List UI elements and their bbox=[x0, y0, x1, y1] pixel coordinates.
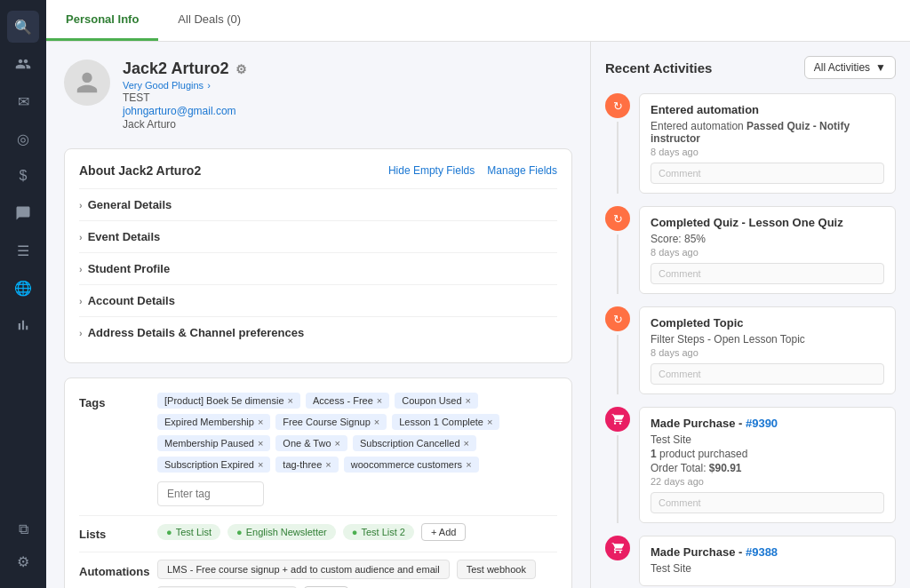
users-icon[interactable] bbox=[7, 48, 39, 80]
tag-remove-icon[interactable]: × bbox=[464, 438, 469, 449]
recent-activities-header: Recent Activities All Activities ▼ bbox=[605, 56, 896, 79]
lists-add-button[interactable]: + Add bbox=[421, 523, 466, 541]
activity-card: Completed Topic Filter Steps - Open Less… bbox=[639, 306, 896, 394]
main-content: Personal Info All Deals (0) Jack2 Arturo… bbox=[46, 0, 910, 588]
list-chip: ●Test List bbox=[157, 524, 220, 540]
about-header: About Jack2 Arturo2 Hide Empty Fields Ma… bbox=[79, 163, 557, 178]
automation-chip: LMS - Free course signup + add to custom… bbox=[157, 560, 450, 579]
list-icon[interactable]: ☰ bbox=[7, 234, 39, 266]
activity-title: Made Purchase - #9388 bbox=[651, 545, 884, 559]
tag-chip: Free Course Signup× bbox=[275, 414, 387, 430]
profile-fullname: Jack Arturo bbox=[123, 118, 247, 131]
right-panel: Recent Activities All Activities ▼ ↻ Ent… bbox=[590, 42, 910, 588]
purchase-activity-icon bbox=[605, 536, 630, 560]
tag-remove-icon[interactable]: × bbox=[258, 459, 263, 470]
purchase-link[interactable]: #9388 bbox=[746, 545, 778, 559]
profile-gear-icon[interactable]: ⚙ bbox=[235, 62, 247, 76]
tag-remove-icon[interactable]: × bbox=[466, 395, 471, 406]
activity-comment[interactable]: Comment bbox=[651, 263, 884, 284]
activity-title: Completed Quiz - Lesson One Quiz bbox=[651, 216, 884, 229]
globe-icon[interactable]: 🌐 bbox=[7, 272, 39, 304]
tag-chip: Membership Paused× bbox=[157, 435, 270, 451]
event-details-row[interactable]: › Event Details bbox=[79, 220, 557, 252]
tag-remove-icon[interactable]: × bbox=[377, 395, 382, 406]
avatar bbox=[64, 60, 110, 106]
activity-time: 22 days ago bbox=[651, 476, 884, 487]
chevron-icon: › bbox=[79, 200, 83, 211]
chart-icon[interactable] bbox=[7, 309, 39, 341]
filter-label: All Activities bbox=[814, 61, 870, 74]
activity-time: 8 days ago bbox=[651, 147, 884, 157]
activity-comment[interactable]: Comment bbox=[651, 163, 884, 184]
profile-name: Jack2 Arturo2 ⚙ bbox=[123, 60, 247, 78]
automations-label: Automations bbox=[79, 561, 150, 578]
account-details-row[interactable]: › Account Details bbox=[79, 284, 557, 316]
activity-detail: Score: 85% bbox=[651, 233, 884, 245]
tags-lists-section: Tags [Product] Boek 5e dimensie× Access … bbox=[64, 377, 572, 588]
purchase-activity-icon bbox=[605, 407, 630, 432]
purchase-link[interactable]: #9390 bbox=[746, 417, 778, 430]
activity-time: 8 days ago bbox=[651, 347, 884, 358]
tab-all-deals[interactable]: All Deals (0) bbox=[158, 0, 260, 41]
profile-test: TEST bbox=[123, 91, 247, 104]
activity-comment[interactable]: Comment bbox=[651, 363, 884, 385]
recent-activities-title: Recent Activities bbox=[605, 60, 712, 75]
activity-icon-wrap: ↻ bbox=[605, 306, 630, 394]
activity-card: Entered automation Entered automation Pa… bbox=[639, 93, 896, 194]
automation-chip: Test webhook bbox=[457, 560, 536, 579]
tag-chip: Subscription Cancelled× bbox=[353, 435, 476, 451]
list-chip: ●Test List 2 bbox=[343, 524, 414, 540]
tabs-bar: Personal Info All Deals (0) bbox=[46, 0, 910, 42]
tag-remove-icon[interactable]: × bbox=[374, 417, 379, 427]
tag-chip: [Product] Boek 5e dimensie× bbox=[157, 393, 300, 409]
tag-chip: Subscription Expired× bbox=[157, 457, 270, 473]
activity-title: Made Purchase - #9390 bbox=[651, 417, 884, 430]
activity-title: Completed Topic bbox=[651, 316, 884, 330]
tag-remove-icon[interactable]: × bbox=[258, 438, 263, 449]
tag-chip: Coupon Used× bbox=[395, 393, 478, 409]
manage-fields-link[interactable]: Manage Fields bbox=[487, 164, 557, 177]
tags-row: Tags [Product] Boek 5e dimensie× Access … bbox=[79, 393, 557, 506]
address-details-row[interactable]: › Address Details & Channel preferences bbox=[79, 316, 557, 348]
profile-email[interactable]: johngarturo@gmail.com bbox=[123, 105, 247, 117]
target-icon[interactable]: ◎ bbox=[7, 123, 39, 155]
profile-company[interactable]: Very Good Plugins › bbox=[123, 80, 247, 91]
hide-empty-fields-link[interactable]: Hide Empty Fields bbox=[388, 164, 475, 177]
activity-detail: Test Site bbox=[651, 433, 884, 446]
activity-detail: Test Site bbox=[651, 562, 884, 575]
sidebar: 🔍 ✉ ◎ $ ☰ 🌐 ⧉ ⚙ bbox=[0, 0, 46, 588]
lists-label: Lists bbox=[79, 524, 150, 541]
dollar-icon[interactable]: $ bbox=[7, 160, 39, 192]
activity-line bbox=[617, 234, 619, 294]
tag-chip: Lesson 1 Complete× bbox=[392, 414, 499, 430]
activity-line bbox=[617, 435, 619, 523]
profile-info: Jack2 Arturo2 ⚙ Very Good Plugins › TEST… bbox=[123, 60, 247, 131]
search-icon[interactable]: 🔍 bbox=[7, 11, 39, 43]
activity-comment[interactable]: Comment bbox=[651, 492, 884, 513]
general-details-row[interactable]: › General Details bbox=[79, 188, 557, 220]
chevron-down-icon: ▼ bbox=[875, 61, 886, 74]
tag-remove-icon[interactable]: × bbox=[258, 417, 263, 427]
tag-remove-icon[interactable]: × bbox=[325, 459, 331, 470]
tab-personal-info[interactable]: Personal Info bbox=[46, 0, 158, 41]
tag-remove-icon[interactable]: × bbox=[335, 438, 340, 449]
activities-filter-dropdown[interactable]: All Activities ▼ bbox=[804, 56, 896, 79]
activity-detail: Entered automation Passed Quiz - Notify … bbox=[651, 120, 884, 145]
event-details-label: Event Details bbox=[88, 230, 161, 243]
tag-remove-icon[interactable]: × bbox=[487, 417, 492, 427]
activity-detail: 1 product purchased bbox=[651, 448, 884, 460]
content-split: Jack2 Arturo2 ⚙ Very Good Plugins › TEST… bbox=[46, 42, 910, 588]
activity-card: Made Purchase - #9388 Test Site bbox=[639, 536, 896, 586]
chat-icon[interactable] bbox=[7, 197, 39, 229]
tag-remove-icon[interactable]: × bbox=[466, 459, 471, 470]
activity-item: Made Purchase - #9390 Test Site 1 produc… bbox=[605, 407, 896, 523]
chevron-icon: › bbox=[79, 232, 83, 242]
activity-detail: Order Total: $90.91 bbox=[651, 462, 884, 474]
student-profile-row[interactable]: › Student Profile bbox=[79, 252, 557, 284]
activity-item: ↻ Entered automation Entered automation … bbox=[605, 93, 896, 194]
tag-input[interactable] bbox=[157, 481, 264, 506]
tag-remove-icon[interactable]: × bbox=[288, 395, 293, 406]
email-icon[interactable]: ✉ bbox=[7, 85, 39, 117]
pages-icon[interactable]: ⧉ bbox=[7, 513, 39, 545]
settings-icon[interactable]: ⚙ bbox=[7, 545, 39, 577]
